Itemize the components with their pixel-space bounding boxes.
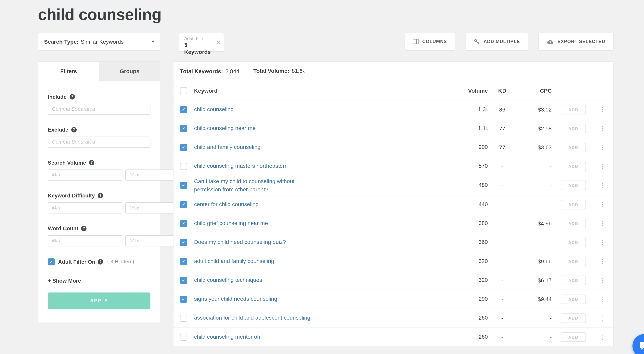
kebab-menu-icon[interactable]: ⋮ bbox=[599, 125, 606, 132]
keyword-difficulty-label: Keyword Difficulty bbox=[48, 192, 95, 198]
kebab-menu-icon[interactable]: ⋮ bbox=[599, 144, 606, 151]
row-checkbox[interactable] bbox=[180, 106, 187, 113]
chat-widget-button[interactable] bbox=[632, 334, 644, 354]
add-button[interactable]: ADD bbox=[561, 162, 586, 171]
help-icon[interactable]: ? bbox=[71, 127, 76, 132]
add-button[interactable]: ADD bbox=[561, 143, 586, 152]
kebab-menu-icon[interactable]: ⋮ bbox=[599, 315, 606, 322]
keyword-difficulty-min-input[interactable] bbox=[48, 202, 122, 213]
keyword-link[interactable]: association for child and adolescent cou… bbox=[194, 314, 310, 322]
kebab-menu-icon[interactable]: ⋮ bbox=[599, 258, 606, 265]
search-volume-label: Search Volume bbox=[48, 160, 86, 166]
add-button[interactable]: ADD bbox=[561, 314, 586, 323]
kebab-menu-icon[interactable]: ⋮ bbox=[599, 277, 606, 284]
help-icon[interactable]: ? bbox=[89, 160, 94, 165]
show-more-link[interactable]: + Show More bbox=[48, 278, 150, 284]
keyword-link[interactable]: child and family counseling bbox=[194, 143, 260, 152]
add-button[interactable]: ADD bbox=[561, 294, 586, 304]
search-volume-field-group: Search Volume ? bbox=[48, 160, 150, 180]
kebab-menu-icon[interactable]: ⋮ bbox=[599, 182, 606, 189]
help-icon[interactable]: ? bbox=[98, 193, 103, 198]
row-checkbox[interactable] bbox=[180, 296, 187, 303]
row-checkbox[interactable] bbox=[180, 182, 187, 189]
row-checkbox[interactable] bbox=[180, 239, 187, 246]
keyword-link[interactable]: child counseling near me bbox=[194, 124, 256, 133]
tab-groups[interactable]: Groups bbox=[99, 62, 160, 81]
keyword-link[interactable]: child counseling techniques bbox=[194, 276, 262, 284]
add-button[interactable]: ADD bbox=[561, 276, 586, 285]
kebab-menu-icon[interactable]: ⋮ bbox=[599, 163, 606, 170]
table-row: adult child and family counseling 320 - … bbox=[174, 252, 613, 271]
column-header-cpc[interactable]: CPC bbox=[516, 88, 552, 94]
table-row: signs your child needs counseling 290 - … bbox=[174, 290, 613, 309]
add-button[interactable]: ADD bbox=[561, 181, 586, 190]
keyword-link[interactable]: Can i take my child to counseling withou… bbox=[194, 177, 294, 194]
kebab-menu-icon[interactable]: ⋮ bbox=[599, 220, 606, 227]
add-button[interactable]: ADD bbox=[561, 200, 586, 209]
kebab-menu-icon[interactable]: ⋮ bbox=[599, 201, 606, 208]
help-icon[interactable]: ? bbox=[70, 94, 75, 99]
keyword-link[interactable]: child grief counseling near me bbox=[194, 219, 268, 228]
keyword-link[interactable]: child counseling masters northeastern bbox=[194, 162, 288, 171]
key-icon bbox=[474, 39, 480, 44]
select-all-checkbox[interactable] bbox=[180, 87, 187, 94]
include-input[interactable] bbox=[48, 104, 150, 115]
row-checkbox[interactable] bbox=[180, 334, 187, 341]
add-button[interactable]: ADD bbox=[561, 257, 586, 266]
row-checkbox[interactable] bbox=[180, 315, 187, 322]
add-multiple-button[interactable]: ADD MULTIPLE bbox=[466, 33, 528, 50]
keyword-link[interactable]: Does my child need counseling quiz? bbox=[194, 238, 286, 247]
kebab-menu-icon[interactable]: ⋮ bbox=[599, 296, 606, 303]
row-checkbox[interactable] bbox=[180, 201, 187, 208]
volume-value: 380 bbox=[455, 220, 488, 227]
kebab-menu-icon[interactable]: ⋮ bbox=[599, 239, 606, 246]
add-button[interactable]: ADD bbox=[561, 332, 586, 342]
column-header-keyword[interactable]: Keyword bbox=[194, 88, 455, 94]
help-icon[interactable]: ? bbox=[98, 259, 103, 264]
row-checkbox[interactable] bbox=[180, 163, 187, 170]
exclude-field-group: Exclude ? bbox=[48, 127, 150, 148]
export-selected-button[interactable]: EXPORT SELECTED bbox=[538, 33, 614, 50]
kd-value: - bbox=[488, 296, 516, 302]
keyword-link[interactable]: child counseling bbox=[194, 105, 234, 114]
apply-button[interactable]: APPLY bbox=[48, 292, 150, 309]
volume-value: 1.1k bbox=[455, 125, 488, 132]
export-selected-button-label: EXPORT SELECTED bbox=[558, 39, 606, 44]
cpc-value: - bbox=[516, 163, 552, 169]
app-viewport: child counseling Search Type: Similar Ke… bbox=[0, 5, 644, 354]
table-row: child counseling masters northeastern 57… bbox=[174, 157, 613, 176]
search-volume-min-input[interactable] bbox=[48, 169, 122, 180]
row-checkbox[interactable] bbox=[180, 144, 187, 151]
column-header-kd[interactable]: KD bbox=[488, 88, 516, 94]
add-button[interactable]: ADD bbox=[561, 105, 586, 114]
add-button[interactable]: ADD bbox=[561, 238, 586, 247]
keyword-link[interactable]: adult child and family counseling bbox=[194, 257, 274, 266]
cpc-value: $3.63 bbox=[516, 144, 552, 151]
keyword-link[interactable]: child counseling mentor oh bbox=[194, 333, 260, 341]
exclude-input[interactable] bbox=[48, 137, 150, 148]
kebab-menu-icon[interactable]: ⋮ bbox=[599, 333, 606, 341]
total-volume-value: 81.6 bbox=[292, 68, 302, 75]
word-count-field-group: Word Count ? bbox=[48, 225, 150, 246]
adult-filter-checkbox[interactable] bbox=[48, 258, 55, 265]
close-icon[interactable]: × bbox=[217, 39, 220, 45]
search-type-dropdown[interactable]: Search Type: Similar Keywords ▾ bbox=[38, 33, 160, 50]
row-checkbox[interactable] bbox=[180, 125, 187, 132]
column-header-volume[interactable]: Volume bbox=[455, 88, 488, 94]
cpc-value: - bbox=[516, 201, 552, 208]
word-count-min-input[interactable] bbox=[48, 235, 122, 246]
keyword-link[interactable]: signs your child needs counseling bbox=[194, 295, 277, 303]
volume-value: 320 bbox=[455, 277, 488, 284]
columns-button-label: COLUMNS bbox=[422, 39, 447, 44]
add-button[interactable]: ADD bbox=[561, 124, 586, 133]
tab-filters[interactable]: Filters bbox=[38, 62, 99, 81]
help-icon[interactable]: ? bbox=[81, 226, 86, 231]
cpc-value: $3.02 bbox=[516, 106, 552, 113]
add-button[interactable]: ADD bbox=[561, 219, 586, 228]
row-checkbox[interactable] bbox=[180, 277, 187, 284]
row-checkbox[interactable] bbox=[180, 220, 187, 227]
keyword-link[interactable]: center for child counseling bbox=[194, 200, 258, 209]
kebab-menu-icon[interactable]: ⋮ bbox=[599, 106, 606, 113]
columns-button[interactable]: COLUMNS bbox=[404, 33, 455, 50]
row-checkbox[interactable] bbox=[180, 258, 187, 265]
